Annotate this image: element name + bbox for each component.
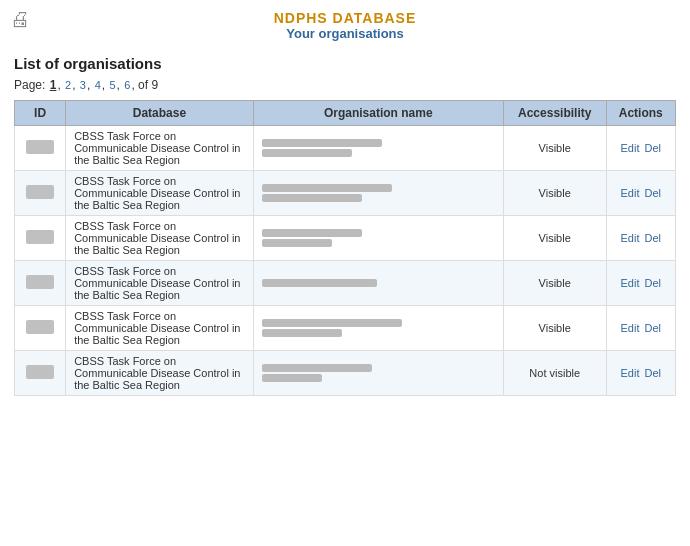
cell-id: [15, 126, 66, 171]
col-header-database: Database: [66, 101, 254, 126]
cell-database: CBSS Task Force on Communicable Disease …: [66, 216, 254, 261]
col-header-accessibility: Accessibility: [503, 101, 606, 126]
edit-link[interactable]: Edit: [621, 322, 640, 334]
table-row: CBSS Task Force on Communicable Disease …: [15, 306, 676, 351]
action-separator: [640, 367, 643, 379]
cell-actions: Edit Del: [606, 351, 675, 396]
cell-org-name: [253, 216, 503, 261]
blurred-org-text: [262, 319, 402, 327]
table-header-row: ID Database Organisation name Accessibil…: [15, 101, 676, 126]
pagination-page-6[interactable]: 6: [124, 79, 130, 91]
print-icon[interactable]: 🖨: [10, 8, 30, 31]
blurred-org-text: [262, 239, 332, 247]
cell-accessibility: Visible: [503, 306, 606, 351]
del-link[interactable]: Del: [645, 277, 662, 289]
edit-link[interactable]: Edit: [621, 142, 640, 154]
table-row: CBSS Task Force on Communicable Disease …: [15, 351, 676, 396]
cell-database: CBSS Task Force on Communicable Disease …: [66, 306, 254, 351]
col-header-id: ID: [15, 101, 66, 126]
id-placeholder: [26, 230, 54, 244]
cell-org-name: [253, 261, 503, 306]
cell-database: CBSS Task Force on Communicable Disease …: [66, 261, 254, 306]
pagination-page-3[interactable]: 3: [80, 79, 86, 91]
cell-database: CBSS Task Force on Communicable Disease …: [66, 126, 254, 171]
action-separator: [640, 322, 643, 334]
cell-accessibility: Visible: [503, 261, 606, 306]
main-content: List of organisations Page: 1, 2, 3, 4, …: [0, 47, 690, 404]
print-symbol[interactable]: 🖨: [10, 8, 30, 30]
id-placeholder: [26, 275, 54, 289]
action-separator: [640, 232, 643, 244]
organisations-table: ID Database Organisation name Accessibil…: [14, 100, 676, 396]
del-link[interactable]: Del: [645, 187, 662, 199]
blurred-org-text: [262, 139, 382, 147]
blurred-org-text: [262, 374, 322, 382]
del-link[interactable]: Del: [645, 232, 662, 244]
pagination: Page: 1, 2, 3, 4, 5, 6, of 9: [14, 78, 676, 92]
cell-actions: Edit Del: [606, 261, 675, 306]
cell-org-name: [253, 306, 503, 351]
blurred-org-text: [262, 364, 372, 372]
del-link[interactable]: Del: [645, 367, 662, 379]
cell-actions: Edit Del: [606, 126, 675, 171]
table-row: CBSS Task Force on Communicable Disease …: [15, 216, 676, 261]
pagination-prefix: Page:: [14, 78, 49, 92]
action-separator: [640, 187, 643, 199]
cell-id: [15, 171, 66, 216]
blurred-org-text: [262, 329, 342, 337]
cell-id: [15, 306, 66, 351]
cell-actions: Edit Del: [606, 171, 675, 216]
cell-org-name: [253, 126, 503, 171]
action-separator: [640, 277, 643, 289]
action-separator: [640, 142, 643, 154]
cell-org-name: [253, 171, 503, 216]
cell-actions: Edit Del: [606, 306, 675, 351]
col-header-actions: Actions: [606, 101, 675, 126]
page-title: List of organisations: [14, 55, 676, 72]
page-header: 🖨 NDPHS DATABASE Your organisations: [0, 0, 690, 47]
cell-id: [15, 216, 66, 261]
id-placeholder: [26, 140, 54, 154]
cell-accessibility: Visible: [503, 216, 606, 261]
blurred-org-text: [262, 149, 352, 157]
cell-database: CBSS Task Force on Communicable Disease …: [66, 351, 254, 396]
blurred-org-text: [262, 279, 377, 287]
table-row: CBSS Task Force on Communicable Disease …: [15, 261, 676, 306]
page-subtitle: Your organisations: [0, 26, 690, 41]
cell-org-name: [253, 351, 503, 396]
del-link[interactable]: Del: [645, 142, 662, 154]
id-placeholder: [26, 365, 54, 379]
edit-link[interactable]: Edit: [621, 187, 640, 199]
pagination-page-4[interactable]: 4: [95, 79, 101, 91]
table-row: CBSS Task Force on Communicable Disease …: [15, 126, 676, 171]
edit-link[interactable]: Edit: [621, 277, 640, 289]
blurred-org-text: [262, 194, 362, 202]
pagination-page-5[interactable]: 5: [109, 79, 115, 91]
cell-accessibility: Not visible: [503, 351, 606, 396]
id-placeholder: [26, 320, 54, 334]
blurred-org-text: [262, 184, 392, 192]
cell-accessibility: Visible: [503, 171, 606, 216]
cell-id: [15, 351, 66, 396]
site-title: NDPHS DATABASE: [0, 10, 690, 26]
pagination-suffix: of 9: [138, 78, 158, 92]
col-header-org-name: Organisation name: [253, 101, 503, 126]
pagination-page-2[interactable]: 2: [65, 79, 71, 91]
cell-id: [15, 261, 66, 306]
pagination-page-1[interactable]: 1: [50, 78, 57, 92]
edit-link[interactable]: Edit: [621, 367, 640, 379]
id-placeholder: [26, 185, 54, 199]
cell-actions: Edit Del: [606, 216, 675, 261]
cell-accessibility: Visible: [503, 126, 606, 171]
del-link[interactable]: Del: [645, 322, 662, 334]
cell-database: CBSS Task Force on Communicable Disease …: [66, 171, 254, 216]
blurred-org-text: [262, 229, 362, 237]
edit-link[interactable]: Edit: [621, 232, 640, 244]
table-row: CBSS Task Force on Communicable Disease …: [15, 171, 676, 216]
